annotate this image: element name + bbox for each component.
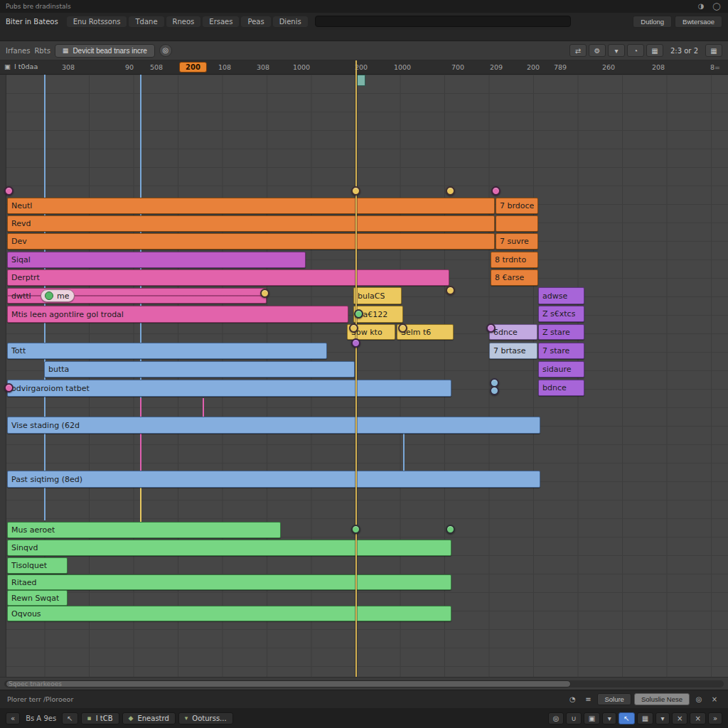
strip-derptrt[interactable]: Derptrt — [7, 269, 449, 286]
keyframe-marker[interactable] — [398, 323, 407, 333]
strip-segment[interactable] — [496, 215, 538, 232]
dropdown-icon[interactable]: ▾ — [655, 712, 670, 724]
strip-8-trdnto[interactable]: 8 trdnto — [491, 252, 538, 268]
strip-label: 7 brtase — [493, 346, 526, 355]
menu-item-5[interactable]: Peas — [241, 16, 270, 27]
strip-z-stare[interactable]: Z stare — [538, 324, 584, 340]
keyframe-marker[interactable] — [486, 323, 496, 333]
strip-z-s-xtcs[interactable]: Z s€xtcs — [538, 306, 584, 322]
search-bar[interactable] — [315, 16, 571, 27]
close-icon[interactable]: × — [672, 712, 687, 724]
strip-siqal[interactable]: Siqal — [7, 252, 306, 268]
keyframe-marker[interactable] — [490, 386, 499, 395]
strip-odvirgaroiom-tatbet[interactable]: odvirgaroiom tatbet — [7, 380, 451, 397]
strip-ritaed[interactable]: Ritaed — [7, 574, 451, 590]
menu-item-3[interactable]: Rneos — [166, 16, 201, 27]
menu-item-6[interactable]: Dienis — [273, 16, 308, 27]
strip-dev[interactable]: Dev — [7, 233, 495, 250]
account-icon[interactable]: ◯ — [711, 1, 722, 11]
strip-oqvous[interactable]: Oqvous — [7, 606, 451, 621]
cursor-tool-icon[interactable]: ↖ — [62, 712, 77, 724]
menu-item-2[interactable]: Tdane — [129, 16, 164, 27]
timeline-ruler[interactable]: ▣ I t0daa 308905081083081000200100070020… — [0, 60, 728, 75]
snap-options-icon[interactable]: ▾ — [602, 712, 616, 724]
editor-type-icon: ▦ — [63, 47, 69, 54]
current-frame-badge[interactable]: 200 — [179, 62, 207, 73]
theme-icon[interactable]: ◑ — [695, 1, 707, 11]
strip-revd[interactable]: Revd — [7, 215, 495, 232]
ruler-playhead[interactable] — [355, 60, 357, 75]
timeline[interactable]: Neutl7 brdoceRevdDev7 suvreSiqal8 trdnto… — [0, 75, 728, 677]
insert-keyframe-chip[interactable]: ◆Eneastrd — [122, 712, 176, 724]
grid-icon[interactable]: ▦ — [637, 712, 653, 724]
keyframe-marker[interactable] — [446, 186, 455, 196]
record-icon[interactable]: ◎ — [692, 695, 705, 703]
strip-neutl[interactable]: Neutl — [7, 198, 495, 214]
clock-icon[interactable]: ◔ — [566, 695, 579, 703]
keyframe-marker[interactable] — [349, 323, 358, 333]
strip-sidaure[interactable]: sidaure — [538, 361, 584, 378]
hscroll-thumb[interactable] — [6, 680, 571, 687]
proportional-edit-icon[interactable]: ◎ — [548, 712, 564, 724]
strip-me[interactable]: me — [41, 289, 75, 302]
jump-back-icon[interactable]: « — [6, 712, 20, 724]
menu-item-4[interactable]: Ersaes — [203, 16, 239, 27]
options-dropdown[interactable]: ▾Ooturss... — [178, 712, 233, 724]
strip-7-brtase[interactable]: 7 brtase — [489, 343, 537, 359]
menu-item-1[interactable]: Enu Rotssons — [67, 16, 127, 27]
active-tool-icon[interactable]: ↖ — [619, 712, 634, 724]
strip-tott[interactable]: Tott — [7, 343, 327, 359]
close-icon-2[interactable]: × — [690, 712, 705, 724]
strip-7-suvre[interactable]: 7 suvre — [496, 233, 538, 250]
keying-set-chip[interactable]: ▪I tCB — [81, 712, 119, 724]
gear-icon[interactable]: ⚙ — [589, 44, 606, 57]
keyframe-marker[interactable] — [351, 186, 360, 196]
strip-past-siqtimg-8ed[interactable]: Past siqtimg (8ed) — [7, 471, 540, 488]
strip-label: Tott — [11, 346, 26, 355]
strip-bulacs[interactable]: bulaCS — [353, 287, 402, 304]
strip-rewn-swqat[interactable]: Rewn Swqat — [7, 590, 68, 606]
magnet-icon[interactable]: ∪ — [566, 712, 581, 724]
strip-7-stare[interactable]: 7 stare — [538, 343, 584, 359]
keyframe-marker[interactable] — [354, 309, 363, 318]
filter-button[interactable]: ◎ — [159, 44, 172, 57]
menubar-button-1[interactable]: Dutlong — [633, 16, 672, 28]
strip-vise-stading-62d[interactable]: Vise stading (62d — [7, 417, 540, 434]
keyframe-marker[interactable] — [491, 186, 500, 196]
keyframe-marker[interactable] — [351, 338, 360, 348]
close-icon[interactable]: × — [708, 695, 721, 703]
strip-7-brdoce[interactable]: 7 brdoce — [496, 198, 538, 214]
mode-selector-button[interactable]: ▦ Devicit bead tnars incre — [55, 44, 155, 58]
clock-icon[interactable]: ◔ — [627, 44, 644, 57]
keyframe-marker[interactable] — [446, 286, 455, 295]
strip-bdnce[interactable]: bdnce — [538, 380, 584, 396]
strip-adwse[interactable]: adwse — [538, 287, 584, 304]
keyframe-marker[interactable] — [446, 525, 455, 534]
expand-icon[interactable]: » — [708, 712, 722, 724]
ruler-tick: 308 — [62, 63, 75, 71]
playhead[interactable] — [355, 75, 357, 677]
strip-tisolquet[interactable]: Tisolquet — [7, 557, 68, 574]
menubar-button-2[interactable]: Bwtersaoe — [675, 16, 722, 28]
strip-6dnce[interactable]: 6dnce — [489, 324, 537, 340]
strip-mus-aeroet[interactable]: Mus aeroet — [7, 522, 281, 538]
strip-label: butta — [48, 365, 69, 374]
layout-grid-icon[interactable]: ▦ — [705, 44, 722, 57]
solure-button[interactable]: Solure — [597, 693, 631, 705]
keyframe-marker[interactable] — [351, 525, 360, 534]
strip-sinqvd[interactable]: Sinqvd — [7, 540, 451, 556]
keyframe-marker[interactable] — [260, 289, 269, 298]
link-icon[interactable]: ⇄ — [569, 44, 587, 57]
overlap-icon[interactable]: ▣ — [584, 712, 600, 724]
strip-mtis-leen-agontlire-gol-trodal[interactable]: Mtis leen agontlire gol trodal — [7, 306, 348, 323]
chevron-down-icon[interactable]: ▾ — [608, 44, 625, 57]
strip-butta[interactable]: butta — [44, 361, 355, 378]
editor-title: Biter in Bateos — [6, 18, 58, 26]
keyframe-marker[interactable] — [4, 383, 14, 392]
keyframe-marker[interactable] — [4, 186, 14, 196]
strip-8-arse[interactable]: 8 €arse — [491, 269, 538, 286]
overlay-grid-icon[interactable]: ▦ — [646, 44, 663, 57]
status-bar: Plorer terr /Ploroeor ◔≡SolureSoluslie N… — [0, 690, 728, 708]
list-icon[interactable]: ≡ — [582, 695, 594, 703]
soluslie-nese-button[interactable]: Soluslie Nese — [634, 693, 690, 705]
